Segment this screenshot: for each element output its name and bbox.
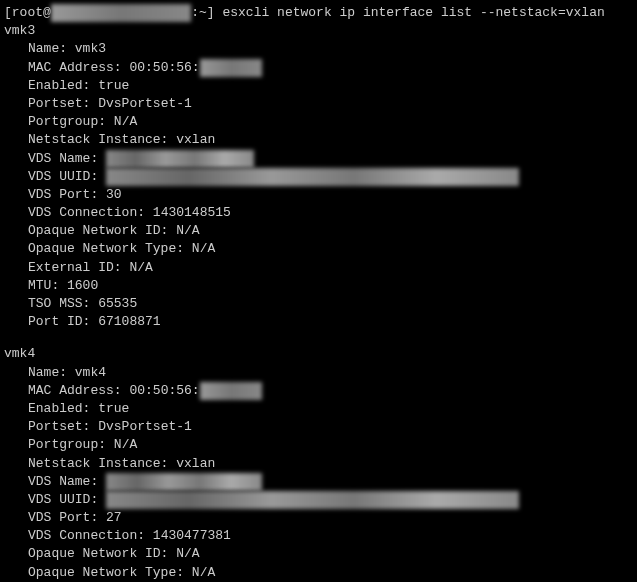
mac-redacted: ██:██:██ (200, 59, 262, 77)
property-mtu: MTU: 1600 (4, 277, 633, 295)
property-portgroup: Portgroup: N/A (4, 436, 633, 454)
property-opaque-network-id: Opaque Network ID: N/A (4, 545, 633, 563)
property-vds-connection: VDS Connection: 1430477381 (4, 527, 633, 545)
property-opaque-network-type: Opaque Network Type: N/A (4, 240, 633, 258)
property-enabled: Enabled: true (4, 400, 633, 418)
hostname-redacted: ██████████████████ (51, 4, 191, 22)
property-external-id: External ID: N/A (4, 259, 633, 277)
command-text: esxcli network ip interface list --netst… (222, 5, 604, 20)
interface-header: vmk3 (4, 22, 633, 40)
property-mac-address: MAC Address: 00:50:56:██:██:██ (4, 59, 633, 77)
property-netstack: Netstack Instance: vxlan (4, 131, 633, 149)
interface-block-vmk4: vmk4 Name: vmk4 MAC Address: 00:50:56:██… (4, 345, 633, 582)
mac-redacted: ██:██:██ (200, 382, 262, 400)
property-enabled: Enabled: true (4, 77, 633, 95)
property-portgroup: Portgroup: N/A (4, 113, 633, 131)
property-vds-connection: VDS Connection: 1430148515 (4, 204, 633, 222)
vds-uuid-redacted: ██ ██ ██ ██ ██ ██ ██ ██ ██-██ ██ ██ ██ █… (106, 168, 519, 186)
property-vds-name: VDS Name: ███-████-██████-███ (4, 150, 633, 168)
property-tso-mss: TSO MSS: 65535 (4, 295, 633, 313)
command-prompt-line: [root@██████████████████:~] esxcli netwo… (4, 4, 633, 22)
prompt-user-host: [root@ (4, 5, 51, 20)
property-vds-uuid: VDS UUID: ██ ██ ██ ██ ██ ██ ██ ██ ██-██ … (4, 168, 633, 186)
property-opaque-network-id: Opaque Network ID: N/A (4, 222, 633, 240)
property-vds-port: VDS Port: 30 (4, 186, 633, 204)
property-port-id: Port ID: 67108871 (4, 313, 633, 331)
property-name: Name: vmk3 (4, 40, 633, 58)
vds-uuid-redacted: ██ ██ ██ ██ ██ ██ ██ ██ ██-██ ██ ██ ██ █… (106, 491, 519, 509)
terminal-output: [root@██████████████████:~] esxcli netwo… (4, 4, 633, 582)
vds-name-redacted: ███-████-██.███-████ (106, 473, 262, 491)
property-name: Name: vmk4 (4, 364, 633, 382)
vds-name-redacted: ███-████-██████-███ (106, 150, 254, 168)
property-mac-address: MAC Address: 00:50:56:██:██:██ (4, 382, 633, 400)
property-netstack: Netstack Instance: vxlan (4, 455, 633, 473)
property-vds-name: VDS Name: ███-████-██.███-████ (4, 473, 633, 491)
property-portset: Portset: DvsPortset-1 (4, 418, 633, 436)
property-vds-port: VDS Port: 27 (4, 509, 633, 527)
interface-block-vmk3: vmk3 Name: vmk3 MAC Address: 00:50:56:██… (4, 22, 633, 331)
property-vds-uuid: VDS UUID: ██ ██ ██ ██ ██ ██ ██ ██ ██-██ … (4, 491, 633, 509)
property-opaque-network-type: Opaque Network Type: N/A (4, 564, 633, 582)
property-portset: Portset: DvsPortset-1 (4, 95, 633, 113)
prompt-path-sep: :~] (191, 5, 222, 20)
interface-header: vmk4 (4, 345, 633, 363)
